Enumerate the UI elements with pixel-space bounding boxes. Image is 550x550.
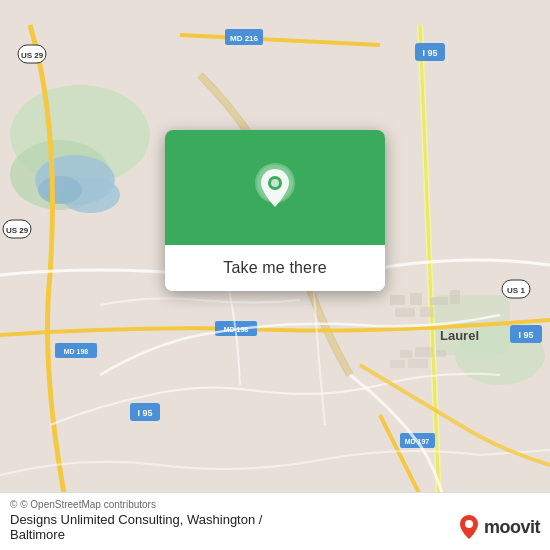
copyright-symbol: © xyxy=(10,499,17,510)
moovit-logo: moovit xyxy=(458,514,540,540)
svg-text:MD 216: MD 216 xyxy=(230,34,259,43)
svg-text:I 95: I 95 xyxy=(422,48,437,58)
svg-rect-37 xyxy=(436,350,446,357)
svg-rect-36 xyxy=(415,347,433,357)
svg-text:MD 198: MD 198 xyxy=(64,348,89,355)
svg-rect-39 xyxy=(408,359,428,368)
svg-rect-31 xyxy=(430,297,448,305)
svg-text:I 95: I 95 xyxy=(518,330,533,340)
svg-point-7 xyxy=(38,176,82,204)
svg-rect-34 xyxy=(420,307,434,317)
svg-point-43 xyxy=(271,179,279,187)
bottom-info-row: Designs Unlimited Consulting, Washington… xyxy=(10,512,540,542)
moovit-pin-icon xyxy=(458,514,480,540)
svg-text:US 29: US 29 xyxy=(21,51,44,60)
place-info: Designs Unlimited Consulting, Washington… xyxy=(10,512,262,542)
place-name-2: Baltimore xyxy=(10,527,262,542)
location-pin-icon xyxy=(248,161,302,215)
svg-point-44 xyxy=(465,520,473,528)
popup-header xyxy=(165,130,385,245)
copyright-line: © © OpenStreetMap contributors xyxy=(10,499,540,510)
bottom-bar: © © OpenStreetMap contributors Designs U… xyxy=(0,492,550,550)
take-me-there-button[interactable]: Take me there xyxy=(165,245,385,291)
copyright-text: © OpenStreetMap contributors xyxy=(20,499,156,510)
moovit-text: moovit xyxy=(484,517,540,538)
svg-rect-32 xyxy=(450,290,460,304)
svg-rect-33 xyxy=(395,308,415,317)
map-container: I 95 I 95 I 95 US 29 US 29 MD 216 MD 198… xyxy=(0,0,550,550)
svg-text:US 1: US 1 xyxy=(507,286,525,295)
popup-card: Take me there xyxy=(165,130,385,291)
svg-text:US 29: US 29 xyxy=(6,226,29,235)
svg-text:Laurel: Laurel xyxy=(440,328,479,343)
svg-rect-38 xyxy=(390,360,405,368)
svg-rect-35 xyxy=(400,350,412,358)
svg-rect-30 xyxy=(410,293,422,305)
place-name: Designs Unlimited Consulting, Washington… xyxy=(10,512,262,527)
svg-text:I 95: I 95 xyxy=(137,408,152,418)
svg-rect-29 xyxy=(390,295,405,305)
